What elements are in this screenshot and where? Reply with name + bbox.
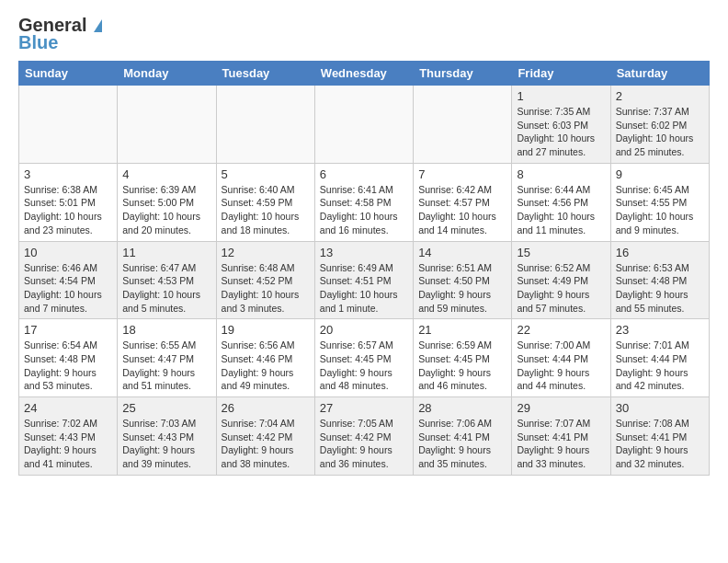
day-info: Sunrise: 6:48 AM Sunset: 4:52 PM Dayligh… [222, 261, 310, 316]
day-number: 4 [122, 167, 210, 181]
day-info: Sunrise: 6:38 AM Sunset: 5:01 PM Dayligh… [24, 183, 112, 237]
day-info: Sunrise: 7:06 AM Sunset: 4:41 PM Dayligh… [418, 417, 506, 471]
calendar-cell: 28Sunrise: 7:06 AM Sunset: 4:41 PM Dayli… [414, 397, 512, 476]
day-number: 10 [24, 246, 112, 259]
calendar-cell: 15Sunrise: 6:52 AM Sunset: 4:49 PM Dayli… [512, 241, 610, 319]
calendar-cell: 10Sunrise: 6:46 AM Sunset: 4:54 PM Dayli… [19, 241, 118, 319]
calendar-week-0: 1Sunrise: 7:35 AM Sunset: 6:03 PM Daylig… [19, 86, 710, 164]
day-number: 30 [616, 401, 704, 415]
day-info: Sunrise: 6:52 AM Sunset: 4:49 PM Dayligh… [517, 261, 605, 316]
column-header-monday: Monday [118, 62, 216, 86]
calendar-cell: 20Sunrise: 6:57 AM Sunset: 4:45 PM Dayli… [314, 319, 413, 397]
column-header-friday: Friday [512, 62, 610, 86]
day-info: Sunrise: 6:42 AM Sunset: 4:57 PM Dayligh… [418, 183, 506, 237]
calendar-cell: 17Sunrise: 6:54 AM Sunset: 4:48 PM Dayli… [19, 319, 118, 397]
header: General Blue [0, 0, 728, 61]
day-number: 26 [222, 401, 310, 415]
day-number: 19 [222, 323, 310, 337]
calendar-cell: 23Sunrise: 7:01 AM Sunset: 4:44 PM Dayli… [610, 319, 709, 397]
header-row: SundayMondayTuesdayWednesdayThursdayFrid… [19, 62, 710, 86]
calendar-cell [216, 86, 314, 164]
calendar-container: SundayMondayTuesdayWednesdayThursdayFrid… [0, 61, 728, 485]
day-number: 27 [320, 401, 408, 415]
calendar-cell: 2Sunrise: 7:37 AM Sunset: 6:02 PM Daylig… [610, 86, 709, 164]
day-info: Sunrise: 7:02 AM Sunset: 4:43 PM Dayligh… [24, 417, 112, 471]
day-info: Sunrise: 6:47 AM Sunset: 4:53 PM Dayligh… [122, 261, 210, 316]
calendar-cell [414, 86, 512, 164]
calendar-cell: 7Sunrise: 6:42 AM Sunset: 4:57 PM Daylig… [414, 163, 512, 241]
calendar-week-2: 10Sunrise: 6:46 AM Sunset: 4:54 PM Dayli… [19, 241, 710, 319]
calendar-cell: 27Sunrise: 7:05 AM Sunset: 4:42 PM Dayli… [314, 397, 413, 476]
column-header-sunday: Sunday [19, 62, 118, 86]
calendar-body: 1Sunrise: 7:35 AM Sunset: 6:03 PM Daylig… [19, 86, 710, 476]
day-number: 5 [222, 167, 310, 181]
day-info: Sunrise: 6:46 AM Sunset: 4:54 PM Dayligh… [24, 261, 112, 316]
day-info: Sunrise: 7:04 AM Sunset: 4:42 PM Dayligh… [222, 417, 310, 471]
day-info: Sunrise: 7:07 AM Sunset: 4:41 PM Dayligh… [517, 417, 605, 471]
calendar-cell: 18Sunrise: 6:55 AM Sunset: 4:47 PM Dayli… [118, 319, 216, 397]
day-number: 20 [320, 323, 408, 337]
day-info: Sunrise: 6:39 AM Sunset: 5:00 PM Dayligh… [122, 183, 210, 237]
day-info: Sunrise: 6:51 AM Sunset: 4:50 PM Dayligh… [418, 261, 506, 316]
day-number: 21 [418, 323, 506, 337]
calendar-cell: 8Sunrise: 6:44 AM Sunset: 4:56 PM Daylig… [512, 163, 610, 241]
calendar-week-3: 17Sunrise: 6:54 AM Sunset: 4:48 PM Dayli… [19, 319, 710, 397]
day-number: 17 [24, 323, 112, 337]
day-number: 13 [320, 246, 408, 259]
day-number: 15 [517, 246, 605, 259]
day-number: 29 [517, 401, 605, 415]
day-info: Sunrise: 7:37 AM Sunset: 6:02 PM Dayligh… [616, 105, 704, 159]
day-info: Sunrise: 6:53 AM Sunset: 4:48 PM Dayligh… [616, 261, 704, 316]
day-info: Sunrise: 7:35 AM Sunset: 6:03 PM Dayligh… [517, 105, 605, 159]
calendar-cell [118, 86, 216, 164]
calendar-cell: 6Sunrise: 6:41 AM Sunset: 4:58 PM Daylig… [314, 163, 413, 241]
day-info: Sunrise: 6:44 AM Sunset: 4:56 PM Dayligh… [517, 183, 605, 237]
column-header-thursday: Thursday [414, 62, 512, 86]
column-header-tuesday: Tuesday [216, 62, 314, 86]
day-number: 1 [517, 89, 605, 103]
day-number: 11 [122, 246, 210, 259]
day-number: 6 [320, 167, 408, 181]
day-number: 23 [616, 323, 704, 337]
calendar-cell: 11Sunrise: 6:47 AM Sunset: 4:53 PM Dayli… [118, 241, 216, 319]
calendar-cell [314, 86, 413, 164]
column-header-wednesday: Wednesday [314, 62, 413, 86]
calendar-cell: 12Sunrise: 6:48 AM Sunset: 4:52 PM Dayli… [216, 241, 314, 319]
calendar-table: SundayMondayTuesdayWednesdayThursdayFrid… [18, 61, 710, 476]
day-number: 18 [122, 323, 210, 337]
day-info: Sunrise: 6:57 AM Sunset: 4:45 PM Dayligh… [320, 339, 408, 393]
logo: General Blue [18, 15, 102, 53]
day-number: 3 [24, 167, 112, 181]
day-info: Sunrise: 6:40 AM Sunset: 4:59 PM Dayligh… [222, 183, 310, 237]
calendar-cell: 25Sunrise: 7:03 AM Sunset: 4:43 PM Dayli… [118, 397, 216, 476]
column-header-saturday: Saturday [610, 62, 709, 86]
calendar-cell: 13Sunrise: 6:49 AM Sunset: 4:51 PM Dayli… [314, 241, 413, 319]
calendar-cell: 4Sunrise: 6:39 AM Sunset: 5:00 PM Daylig… [118, 163, 216, 241]
calendar-cell: 3Sunrise: 6:38 AM Sunset: 5:01 PM Daylig… [19, 163, 118, 241]
calendar-week-4: 24Sunrise: 7:02 AM Sunset: 4:43 PM Dayli… [19, 397, 710, 476]
day-info: Sunrise: 6:56 AM Sunset: 4:46 PM Dayligh… [222, 339, 310, 393]
day-info: Sunrise: 6:41 AM Sunset: 4:58 PM Dayligh… [320, 183, 408, 237]
day-number: 22 [517, 323, 605, 337]
calendar-cell: 26Sunrise: 7:04 AM Sunset: 4:42 PM Dayli… [216, 397, 314, 476]
calendar-cell: 1Sunrise: 7:35 AM Sunset: 6:03 PM Daylig… [512, 86, 610, 164]
day-number: 25 [122, 401, 210, 415]
day-info: Sunrise: 6:54 AM Sunset: 4:48 PM Dayligh… [24, 339, 112, 393]
day-info: Sunrise: 6:59 AM Sunset: 4:45 PM Dayligh… [418, 339, 506, 393]
day-number: 2 [616, 89, 704, 103]
day-info: Sunrise: 6:55 AM Sunset: 4:47 PM Dayligh… [122, 339, 210, 393]
calendar-cell [19, 86, 118, 164]
logo-blue: Blue [18, 32, 58, 53]
calendar-header: SundayMondayTuesdayWednesdayThursdayFrid… [19, 62, 710, 86]
calendar-cell: 29Sunrise: 7:07 AM Sunset: 4:41 PM Dayli… [512, 397, 610, 476]
calendar-cell: 14Sunrise: 6:51 AM Sunset: 4:50 PM Dayli… [414, 241, 512, 319]
calendar-cell: 24Sunrise: 7:02 AM Sunset: 4:43 PM Dayli… [19, 397, 118, 476]
day-number: 9 [616, 167, 704, 181]
day-number: 7 [418, 167, 506, 181]
calendar-cell: 16Sunrise: 6:53 AM Sunset: 4:48 PM Dayli… [610, 241, 709, 319]
day-number: 28 [418, 401, 506, 415]
day-info: Sunrise: 6:45 AM Sunset: 4:55 PM Dayligh… [616, 183, 704, 237]
day-number: 8 [517, 167, 605, 181]
day-info: Sunrise: 7:08 AM Sunset: 4:41 PM Dayligh… [616, 417, 704, 471]
day-info: Sunrise: 7:01 AM Sunset: 4:44 PM Dayligh… [616, 339, 704, 393]
